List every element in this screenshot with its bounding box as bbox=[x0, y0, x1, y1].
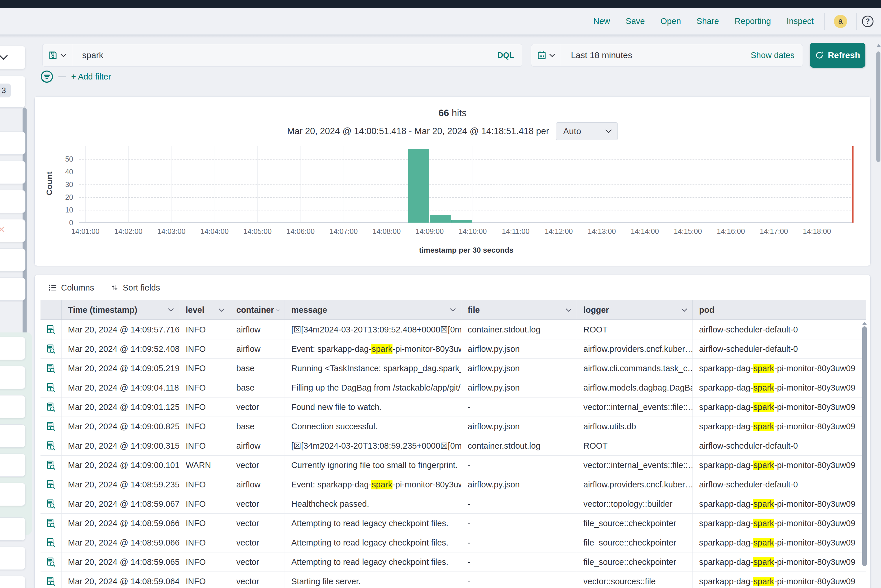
field-item-box[interactable] bbox=[0, 248, 26, 272]
highlighted-term: spark bbox=[753, 460, 774, 470]
chevron-down-icon bbox=[605, 129, 612, 133]
cell-message: Attempting to read legacy checkpoint fil… bbox=[285, 533, 462, 552]
field-item-box[interactable] bbox=[0, 337, 26, 360]
histogram-plot[interactable]: 14:01:0014:02:0014:03:0014:04:0014:05:00… bbox=[79, 146, 854, 223]
field-item-box[interactable] bbox=[0, 190, 26, 213]
highlighted-term: spark bbox=[753, 383, 774, 393]
column-header-level[interactable]: level bbox=[179, 300, 230, 320]
refresh-button[interactable]: Refresh bbox=[810, 43, 865, 68]
column-header-message[interactable]: message bbox=[285, 300, 462, 320]
field-item-box[interactable] bbox=[0, 454, 26, 477]
sort-fields-label: Sort fields bbox=[123, 283, 160, 292]
saved-query-menu-button[interactable] bbox=[42, 44, 72, 66]
search-input[interactable]: spark bbox=[72, 50, 498, 60]
expand-row-button[interactable] bbox=[41, 494, 62, 513]
show-dates-button[interactable]: Show dates bbox=[750, 51, 803, 60]
expand-row-button[interactable] bbox=[41, 359, 62, 378]
expand-row-button[interactable] bbox=[41, 475, 62, 494]
collapse-fields-panel-button[interactable] bbox=[0, 46, 26, 69]
field-item-box[interactable] bbox=[0, 424, 26, 447]
field-item-box[interactable]: ✕ bbox=[0, 219, 26, 242]
cell-container: base bbox=[230, 417, 285, 436]
expand-row-button[interactable] bbox=[41, 339, 62, 358]
nav-inspect-link[interactable]: Inspect bbox=[787, 16, 814, 26]
hits-number: 66 bbox=[439, 108, 449, 118]
expand-row-button[interactable] bbox=[41, 398, 62, 417]
top-nav: NewSaveOpenShareReportingInspect a ? bbox=[0, 8, 881, 35]
highlighted-term: spark bbox=[753, 538, 774, 548]
field-item-box[interactable] bbox=[0, 132, 26, 154]
highlighted-term: spark bbox=[753, 557, 774, 567]
column-header-logger[interactable]: logger bbox=[577, 300, 693, 320]
column-header-time[interactable]: Time (timestamp) bbox=[62, 300, 179, 320]
expand-row-button[interactable] bbox=[41, 417, 62, 436]
column-header-pod[interactable]: pod bbox=[693, 300, 866, 320]
expand-row-button[interactable] bbox=[41, 456, 62, 475]
field-item-box[interactable] bbox=[0, 278, 26, 301]
scroll-up-arrow[interactable] bbox=[862, 322, 867, 325]
field-item-box[interactable] bbox=[0, 576, 26, 588]
nav-reporting-link[interactable]: Reporting bbox=[735, 16, 771, 26]
chart-bar[interactable] bbox=[430, 215, 451, 223]
cell-time: Mar 20, 2024 @ 14:08:59.065 bbox=[62, 552, 179, 572]
table-header-row: Time (timestamp)levelcontainermessagefil… bbox=[41, 300, 866, 320]
cell-file: - bbox=[462, 514, 577, 533]
table-scrollbar-thumb[interactable] bbox=[862, 326, 867, 566]
highlighted-term: spark bbox=[753, 402, 774, 412]
field-item-box[interactable] bbox=[0, 395, 26, 418]
column-header-file[interactable]: file bbox=[462, 300, 577, 320]
chevron-down-icon bbox=[277, 308, 280, 312]
field-item-box[interactable] bbox=[0, 366, 26, 389]
expand-row-button[interactable] bbox=[41, 320, 62, 339]
nav-share-link[interactable]: Share bbox=[696, 16, 719, 26]
highlighted-term: spark bbox=[753, 364, 774, 373]
cell-time: Mar 20, 2024 @ 14:08:59.066 bbox=[62, 514, 179, 533]
cell-logger: file_source::checkpointer bbox=[577, 552, 693, 572]
expand-document-icon bbox=[46, 441, 56, 451]
sort-fields-button[interactable]: Sort fields bbox=[111, 283, 160, 292]
table-scrollbar[interactable] bbox=[862, 322, 867, 588]
hits-subtitle: Mar 20, 2024 @ 14:00:51.418 - Mar 20, 20… bbox=[35, 122, 870, 141]
remove-field-icon[interactable]: ✕ bbox=[0, 225, 25, 234]
query-language-button[interactable]: DQL bbox=[498, 51, 522, 60]
expand-row-button[interactable] bbox=[41, 378, 62, 397]
column-header-container[interactable]: container bbox=[230, 300, 285, 320]
expand-row-button[interactable] bbox=[41, 514, 62, 533]
expand-row-button[interactable] bbox=[41, 572, 62, 588]
cell-message: Currently ignoring file too small to fin… bbox=[285, 456, 462, 475]
x-tick-label: 14:04:00 bbox=[200, 227, 229, 236]
chart-bar[interactable] bbox=[451, 220, 472, 223]
nav-new-link[interactable]: New bbox=[593, 16, 610, 26]
filter-dash bbox=[59, 76, 66, 77]
expand-row-button[interactable] bbox=[41, 436, 62, 455]
log-row: Mar 20, 2024 @ 14:08:59.065INFOvectorAtt… bbox=[41, 552, 866, 572]
chevron-down-icon bbox=[681, 308, 687, 312]
time-range-value[interactable]: Last 18 minutes bbox=[561, 50, 750, 60]
field-item-box[interactable] bbox=[0, 483, 26, 506]
field-item-box[interactable] bbox=[0, 161, 26, 184]
expand-row-button[interactable] bbox=[41, 552, 62, 572]
interval-select[interactable]: Auto bbox=[556, 122, 618, 140]
page-scrollbar-thumb[interactable] bbox=[876, 51, 880, 162]
help-icon[interactable]: ? bbox=[862, 16, 873, 27]
cell-pod: airflow-scheduler-default-0 bbox=[693, 320, 866, 339]
cell-container: airflow bbox=[230, 320, 285, 339]
expand-row-button[interactable] bbox=[41, 533, 62, 552]
filter-icon[interactable] bbox=[41, 70, 53, 83]
add-filter-button[interactable]: + Add filter bbox=[71, 72, 111, 81]
nav-open-link[interactable]: Open bbox=[660, 16, 681, 26]
cell-message: Starting file server. bbox=[285, 572, 462, 588]
x-tick-label: 14:09:00 bbox=[416, 227, 444, 236]
date-quick-select-button[interactable] bbox=[531, 44, 561, 66]
field-item-box[interactable] bbox=[0, 547, 26, 570]
cell-level: INFO bbox=[179, 417, 230, 436]
field-item-box[interactable] bbox=[0, 518, 26, 541]
highlighted-term: spark bbox=[753, 422, 774, 431]
nav-save-link[interactable]: Save bbox=[625, 16, 645, 26]
chart-bar[interactable] bbox=[408, 149, 429, 223]
y-gridline bbox=[79, 210, 854, 210]
columns-button[interactable]: Columns bbox=[49, 283, 94, 292]
user-avatar[interactable]: a bbox=[834, 15, 847, 28]
page-scroll-up-arrow[interactable] bbox=[876, 44, 881, 47]
log-row: Mar 20, 2024 @ 14:08:59.235INFOairflowEv… bbox=[41, 475, 866, 494]
